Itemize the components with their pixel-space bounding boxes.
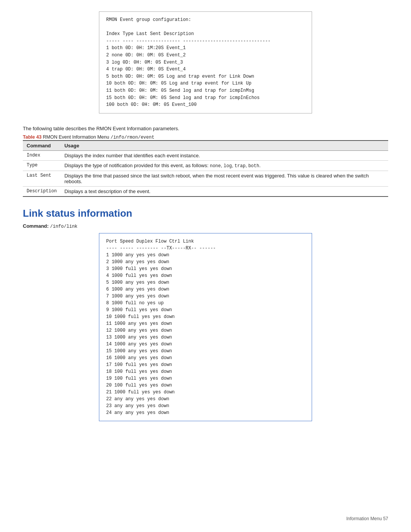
link-row: 9 1000 full yes yes down <box>106 307 305 313</box>
rmon-row: 15 both 0D: 0H: 0M: 0S Send log and trap… <box>106 94 305 102</box>
col-command: Command <box>23 141 61 151</box>
link-row: 20 100 full yes yes down <box>106 382 305 389</box>
link-row: 15 1000 any yes yes down <box>106 348 305 355</box>
link-row: 17 100 full yes yes down <box>106 361 305 368</box>
table-row: TypeDisplays the type of notification pr… <box>23 160 388 171</box>
table43-label: Table 43 RMON Event Information Menu /in… <box>23 134 388 140</box>
link-row: 19 100 full yes yes down <box>106 375 305 382</box>
link-row: 2 1000 any yes yes down <box>106 259 305 265</box>
link-row: 16 1000 any yes yes down <box>106 355 305 361</box>
rmon-row: 11 both 0D: 0H: 0M: 0S Send log and trap… <box>106 87 305 94</box>
link-row: 8 1000 full no yes up <box>106 300 305 307</box>
link-row: 18 100 full yes yes down <box>106 368 305 375</box>
rmon-header-row: Index Type Last Sent Description <box>106 30 305 38</box>
rmon-row: 1 both 0D: 0H: 1M:20S Event_1 <box>106 45 305 52</box>
link-row: 23 any any yes yes down <box>106 403 305 409</box>
info-table: Command Usage IndexDisplays the index nu… <box>23 140 388 197</box>
link-status-heading: Link status information <box>23 208 388 219</box>
link-code-block: Port Speed Duplex Flow Ctrl Link ---- --… <box>99 233 312 421</box>
link-row: 7 1000 any yes yes down <box>106 293 305 300</box>
rmon-code-block: RMON Event group configuration: Index Ty… <box>99 11 312 113</box>
table-cell-usage: Displays the time that passed since the … <box>61 171 388 186</box>
link-divider: ---- ----- -------- --TX-----RX-- ------ <box>106 245 305 252</box>
link-row: 13 1000 any yes yes down <box>106 334 305 341</box>
link-row: 4 1000 full yes yes down <box>106 272 305 279</box>
link-row: 5 1000 any yes yes down <box>106 279 305 286</box>
table-row: IndexDisplays the index number that iden… <box>23 150 388 160</box>
table-cell-usage: Displays a text description of the event… <box>61 186 388 197</box>
link-row: 22 any any yes yes down <box>106 396 305 403</box>
table-row: DescriptionDisplays a text description o… <box>23 186 388 197</box>
link-row: 12 1000 any yes yes down <box>106 327 305 334</box>
link-row: 6 1000 any yes yes down <box>106 286 305 293</box>
link-row: 3 1000 full yes yes down <box>106 265 305 272</box>
link-row: 24 any any yes yes down <box>106 409 305 416</box>
rmon-row: 5 both 0D: 0H: 0M: 0S Log and trap event… <box>106 73 305 80</box>
link-row: 10 1000 full yes yes down <box>106 313 305 320</box>
section-intro-text: The following table describes the RMON E… <box>23 126 388 131</box>
table-row: Last SentDisplays the time that passed s… <box>23 171 388 186</box>
link-row: 14 1000 any yes yes down <box>106 341 305 348</box>
col-usage: Usage <box>61 141 388 151</box>
link-header: Port Speed Duplex Flow Ctrl Link <box>106 238 305 245</box>
link-row: 11 1000 any yes yes down <box>106 320 305 327</box>
table-cell-usage: Displays the index number that identifie… <box>61 150 388 160</box>
rmon-divider: ----- ---- ---------------- ------------… <box>106 38 305 45</box>
table-header-row: Command Usage <box>23 141 388 151</box>
command-line: Command: /info/link <box>23 223 388 229</box>
table-cell-command: Index <box>23 150 61 160</box>
rmon-title: RMON Event group configuration: <box>106 16 305 24</box>
table-cell-command: Type <box>23 160 61 171</box>
rmon-row: 10 both 0D: 0H: 0M: 0S Log and trap even… <box>106 80 305 87</box>
table-cell-usage: Displays the type of notification provid… <box>61 160 388 171</box>
link-row: 1 1000 any yes yes down <box>106 252 305 259</box>
rmon-row: 2 none 0D: 0H: 0M: 0S Event_2 <box>106 52 305 59</box>
rmon-row: 3 log 0D: 0H: 0M: 0S Event_3 <box>106 59 305 66</box>
table-cell-command: Last Sent <box>23 171 61 186</box>
rmon-row: 100 both 0D: 0H: 0M: 0S Event_100 <box>106 101 305 109</box>
rmon-row: 4 trap 0D: 0H: 0M: 0S Event_4 <box>106 66 305 73</box>
link-row: 21 1000 full yes yes down <box>106 389 305 396</box>
page-footer: Information Menu 57 <box>346 516 388 521</box>
table-cell-command: Description <box>23 186 61 197</box>
